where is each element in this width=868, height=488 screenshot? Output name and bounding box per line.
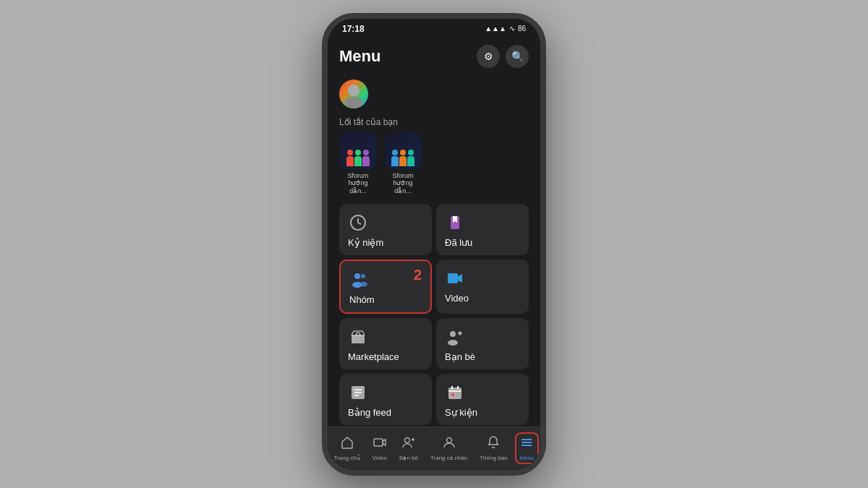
status-time: 17:18 (342, 24, 365, 34)
bang-feed-icon (348, 382, 368, 403)
nav-menu[interactable]: Menu (515, 432, 538, 464)
su-kien-icon (445, 382, 465, 403)
status-bar: 17:18 ▲▲▲ ∿ 86 (328, 19, 540, 39)
nav-trang-ca-nhan[interactable]: Trang cá nhân (426, 432, 472, 464)
nav-trang-ca-nhan-label: Trang cá nhân (430, 455, 467, 461)
header-actions: ⚙ 🔍 (477, 45, 529, 68)
marketplace-icon (348, 327, 368, 347)
nav-trang-chu[interactable]: Trang chủ (329, 432, 364, 464)
signal-icon: ▲▲▲ (485, 25, 506, 33)
svg-rect-19 (448, 388, 461, 399)
su-kien-label: Sự kiện (445, 407, 520, 418)
nav-trang-chu-label: Trang chủ (333, 455, 359, 461)
nav-bell-icon (486, 435, 501, 453)
nav-menu-label: Menu (519, 455, 534, 461)
ban-be-icon (445, 327, 465, 347)
svg-point-12 (448, 340, 458, 346)
marketplace-label: Marketplace (348, 351, 423, 362)
svg-rect-23 (451, 393, 454, 396)
nav-video-label: Video (373, 455, 387, 461)
settings-icon: ⚙ (484, 51, 493, 62)
menu-item-nhom[interactable]: Nhóm 2 (339, 260, 432, 314)
menu-item-su-kien[interactable]: Sự kiện (436, 374, 529, 425)
svg-point-34 (446, 438, 451, 443)
video-label: Video (445, 293, 520, 304)
shortcut-icon-1 (339, 132, 377, 169)
svg-point-5 (361, 274, 365, 278)
scroll-content[interactable]: Menu ⚙ 🔍 (328, 39, 540, 427)
svg-marker-30 (383, 440, 386, 445)
nhom-label: Nhóm (349, 294, 422, 305)
wifi-icon: ∿ (509, 25, 515, 33)
avatar-row (328, 74, 540, 114)
menu-item-da-luu[interactable]: Đã lưu (436, 204, 529, 255)
shortcut-icon-2 (384, 132, 422, 169)
svg-point-0 (348, 85, 359, 96)
da-luu-icon (445, 213, 465, 233)
da-luu-label: Đã lưu (445, 237, 520, 248)
bottom-nav: Trang chủ Video (328, 427, 540, 470)
status-icons: ▲▲▲ ∿ 86 (485, 25, 526, 33)
ky-niem-label: Kỷ niệm (348, 237, 423, 248)
avatar[interactable] (339, 80, 368, 108)
nav-thong-bao[interactable]: Thông báo (475, 432, 511, 464)
nav-video-icon (373, 435, 387, 453)
shortcut-label-1: Sforumhướng dẫn... (339, 172, 377, 195)
shortcuts-label: Lối tắt của bạn (328, 114, 540, 132)
svg-point-4 (354, 273, 360, 279)
svg-point-31 (405, 438, 410, 443)
page-title: Menu (339, 47, 380, 66)
search-icon: 🔍 (511, 51, 524, 62)
menu-item-ban-be[interactable]: Bạn bè (436, 318, 529, 369)
battery-icon: 86 (518, 25, 526, 33)
nav-ban-be-label: Bạn bè (399, 455, 418, 461)
menu-item-bang-feed[interactable]: Bảng feed (339, 374, 432, 425)
bang-feed-label: Bảng feed (348, 407, 423, 418)
shortcuts-row: Sforumhướng dẫn... (328, 132, 540, 204)
nav-thong-bao-label: Thông báo (480, 455, 507, 461)
svg-rect-8 (448, 273, 458, 283)
video-icon (445, 268, 465, 288)
menu-item-ky-niem[interactable]: Kỷ niệm (339, 204, 432, 255)
settings-button[interactable]: ⚙ (477, 45, 500, 68)
phone-frame: 17:18 ▲▲▲ ∿ 86 Menu ⚙ 🔍 (322, 13, 546, 476)
svg-rect-10 (352, 335, 365, 343)
nav-ban-be[interactable]: Bạn bè (395, 432, 422, 464)
svg-rect-29 (374, 439, 383, 446)
nav-menu-icon (519, 435, 534, 453)
nav-video[interactable]: Video (368, 432, 391, 464)
shortcut-label-2: Sforumhướng dẫn... (384, 172, 422, 195)
app-header: Menu ⚙ 🔍 (328, 39, 540, 74)
ky-niem-icon (348, 213, 368, 233)
svg-point-7 (360, 281, 367, 286)
svg-marker-9 (458, 274, 462, 283)
shortcut-item-2[interactable]: Sforumhướng dẫn... (384, 132, 422, 195)
svg-point-11 (450, 331, 456, 337)
nhom-badge: 2 (414, 267, 422, 283)
shortcut-item-1[interactable]: Sforumhướng dẫn... (339, 132, 377, 195)
ban-be-label: Bạn bè (445, 351, 520, 362)
menu-grid: Kỷ niệm Đã lưu (328, 204, 540, 425)
search-button[interactable]: 🔍 (506, 45, 529, 68)
menu-item-video[interactable]: Video (436, 260, 529, 314)
phone-screen: 17:18 ▲▲▲ ∿ 86 Menu ⚙ 🔍 (328, 19, 540, 470)
svg-point-1 (345, 97, 362, 108)
nav-profile-icon (442, 435, 456, 453)
nav-ban-be-icon (401, 435, 416, 453)
menu-item-marketplace[interactable]: Marketplace (339, 318, 432, 369)
nhom-icon (349, 270, 370, 290)
home-icon (340, 435, 354, 453)
